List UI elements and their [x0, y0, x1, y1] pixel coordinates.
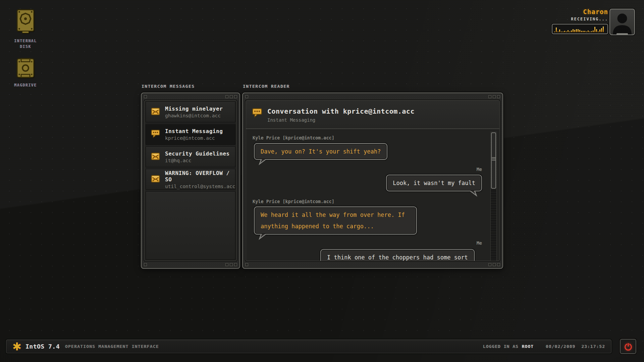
- sender-label: Kyle Price [kprice@intcom.acc]: [253, 135, 334, 140]
- reader-window-title: INTERCOM READER: [243, 84, 290, 89]
- chat-bubble: I think one of the choppers had some sor…: [320, 249, 475, 261]
- chat-bubble: Look, it wasn't my fault: [386, 175, 482, 191]
- conversation-title: Conversation with kprice@intcom.acc: [267, 107, 415, 115]
- chat-icon: [252, 108, 262, 119]
- window-buttons[interactable]: [225, 95, 237, 98]
- window-buttons[interactable]: [488, 263, 500, 266]
- logged-in-user: ROOT: [522, 344, 534, 349]
- message-list: Missing minelayer ghawkins@intcom.acc: [145, 101, 236, 261]
- list-item-instant-messaging[interactable]: Instant Messaging kprice@intcom.acc: [146, 124, 235, 145]
- intercom-reader-window: Conversation with kprice@intcom.acc Inst…: [242, 93, 503, 269]
- hard-disk-icon: [16, 9, 35, 36]
- transmission-status: RECEIVING...: [552, 17, 608, 21]
- window-handle-icon: [144, 95, 147, 98]
- person-silhouette-icon: [610, 9, 634, 35]
- bubble-tail: [469, 191, 477, 197]
- bubble-tail: [259, 159, 267, 165]
- power-icon: [624, 342, 633, 351]
- conversation-header: Conversation with kprice@intcom.acc Inst…: [246, 101, 499, 129]
- window-handle-icon: [245, 95, 248, 98]
- intercom-messages-window: Missing minelayer ghawkins@intcom.acc: [141, 93, 240, 269]
- envelope-icon: [151, 107, 160, 117]
- bubble-tail: [259, 234, 267, 240]
- list-item-missing-minelayer[interactable]: Missing minelayer ghawkins@intcom.acc: [146, 102, 235, 122]
- logged-in-label: LOGGED IN AS: [483, 344, 519, 349]
- power-button[interactable]: [620, 339, 636, 354]
- intos-logo-icon: [12, 342, 21, 351]
- window-buttons[interactable]: [488, 95, 500, 98]
- envelope-icon: [151, 174, 160, 185]
- os-subtitle: OPERATIONS MANAGEMENT INTERFACE: [65, 344, 159, 349]
- chat-bubble: We heard it all the way from over here. …: [254, 206, 417, 235]
- sender-label: Kyle Price [kprice@intcom.acc]: [253, 199, 334, 204]
- system-date: 08/02/2089: [546, 344, 575, 349]
- empty-list-area: [146, 191, 235, 260]
- scrollbar[interactable]: [490, 132, 497, 261]
- comms-status-panel: Charon RECEIVING...: [552, 8, 608, 34]
- desktop-icon-label: MAGDRIVE: [12, 82, 39, 88]
- window-handle-icon: [144, 263, 147, 266]
- avatar: [609, 9, 635, 35]
- scrollbar-thumb[interactable]: [491, 132, 496, 189]
- conversation-subtitle: Instant Messaging: [267, 117, 415, 123]
- messages-window-title: INTERCOM MESSAGES: [142, 84, 195, 89]
- window-buttons[interactable]: [225, 263, 237, 266]
- sender-label: Me: [477, 240, 482, 246]
- desktop-icon-magdrive[interactable]: MAGDRIVE: [5, 58, 46, 88]
- envelope-icon: [151, 152, 160, 162]
- list-item-security-guidelines[interactable]: Security Guidelines it@hq.acc: [146, 146, 235, 167]
- list-item-warning-overflow[interactable]: WARNING: OVERFLOW / SO util_control@syst…: [146, 169, 235, 190]
- chat-icon: [151, 129, 160, 139]
- desktop: INTERNAL DISK MAGDRIVE Charon RECEIVING.…: [0, 0, 644, 362]
- taskbar: IntOS 7.4 OPERATIONS MANAGEMENT INTERFAC…: [6, 340, 611, 353]
- caller-name: Charon: [552, 8, 608, 15]
- window-handle-icon: [245, 263, 248, 266]
- system-time: 23:17:52: [581, 344, 605, 349]
- magdrive-icon: [16, 58, 35, 80]
- desktop-icon-internal-disk[interactable]: INTERNAL DISK: [5, 9, 46, 50]
- desktop-icon-label: INTERNAL DISK: [12, 38, 39, 50]
- conversation-body: Kyle Price [kprice@intcom.acc] Dave, you…: [246, 130, 499, 261]
- os-name: IntOS 7.4: [25, 343, 60, 350]
- sender-label: Me: [477, 167, 482, 172]
- audio-meter: [552, 24, 608, 34]
- chat-bubble: Dave, you on? It's your shift yeah?: [254, 143, 387, 160]
